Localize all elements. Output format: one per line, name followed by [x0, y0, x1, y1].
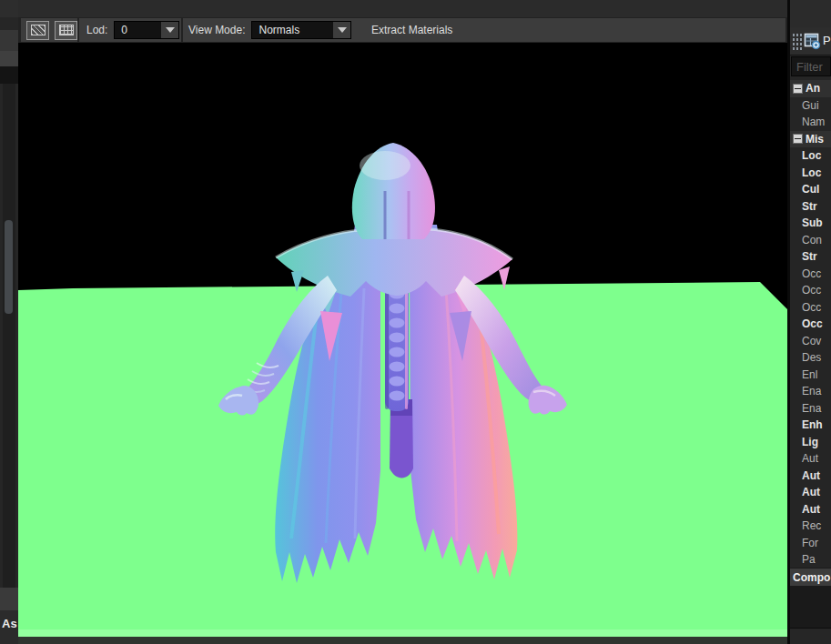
property-label: Enl	[802, 368, 817, 381]
property-label: Mis	[806, 133, 824, 146]
property-label: Lig	[802, 436, 818, 448]
property-label: Occ	[802, 301, 821, 314]
collapse-toggle-icon[interactable]	[793, 84, 803, 94]
left-band	[0, 51, 18, 66]
properties-table-icon	[804, 32, 821, 50]
grid-toggle-button[interactable]	[55, 21, 77, 40]
tree-row[interactable]: Lig	[790, 434, 831, 451]
property-label: Aut	[802, 469, 820, 482]
tree-row[interactable]: Aut	[790, 450, 831, 468]
viewport-toolbar: Lod: 0 View Mode: Normals Extract Materi…	[18, 17, 788, 43]
tree-row[interactable]: Str	[790, 198, 831, 216]
tree-row[interactable]: Str	[790, 248, 831, 266]
app-window: Lod: 0 View Mode: Normals Extract Materi…	[0, 0, 831, 644]
viewport-bottom-bar	[18, 637, 790, 644]
tree-row[interactable]: Rec	[790, 518, 831, 535]
property-label: Nam	[802, 116, 825, 128]
components-header-label: Compo	[793, 571, 830, 584]
panel-header: P	[790, 27, 831, 55]
tree-row[interactable]: Occ	[790, 282, 831, 299]
property-label: Ena	[802, 402, 821, 415]
property-tree: AnGuiNamMisLocLocCulStrSubConStrOccOccOc…	[790, 80, 831, 568]
tree-row[interactable]: Gui	[790, 97, 831, 115]
left-scrollbar-track[interactable]	[3, 84, 15, 588]
tree-row[interactable]: Sub	[790, 215, 831, 232]
view-mode-label: View Mode:	[188, 24, 245, 36]
tree-row[interactable]: For	[790, 535, 831, 552]
lod-dropdown[interactable]: 0	[114, 21, 179, 39]
left-band	[0, 17, 18, 30]
assets-tab[interactable]: As	[0, 610, 18, 644]
tree-row[interactable]: Ena	[790, 400, 831, 418]
grid-icon	[59, 25, 74, 35]
tree-row[interactable]: Ena	[790, 383, 831, 400]
left-band	[0, 66, 18, 84]
tree-row[interactable]: Des	[790, 349, 831, 367]
texture-toggle-button[interactable]	[26, 21, 49, 40]
tree-row[interactable]: Nam	[790, 114, 831, 131]
tree-row[interactable]: Con	[790, 232, 831, 249]
left-band	[0, 30, 18, 51]
tree-row[interactable]: Cov	[790, 333, 831, 350]
property-label: Pa	[802, 553, 816, 566]
toolbar-section-icons	[21, 18, 77, 42]
properties-panel: P AnGuiNamMisLocLocCulStrSubConStrOccOcc…	[787, 0, 831, 644]
view-mode-value: Normals	[252, 24, 333, 36]
property-label: Cov	[802, 335, 821, 347]
property-label: Occ	[802, 317, 823, 330]
tree-row[interactable]: Loc	[790, 147, 831, 165]
collapse-toggle-icon[interactable]	[793, 134, 803, 144]
property-label: Str	[802, 250, 817, 263]
chevron-down-icon	[166, 27, 175, 33]
property-label: For	[802, 537, 818, 549]
view-mode-dropdown[interactable]: Normals	[251, 21, 351, 39]
viewport-render	[18, 43, 790, 644]
toolbar-section-lod: Lod: 0	[79, 18, 181, 42]
filter-field-wrap	[791, 56, 831, 76]
ground-edge-band	[18, 629, 790, 637]
toolbar-section-viewmode: View Mode: Normals	[183, 18, 376, 42]
view-mode-dropdown-arrow	[333, 22, 350, 38]
property-label: Con	[802, 234, 822, 247]
tree-row[interactable]: Aut	[790, 468, 831, 485]
lod-value: 0	[115, 24, 161, 36]
lod-dropdown-arrow	[161, 22, 178, 38]
viewport-3d[interactable]	[18, 43, 790, 644]
titlebar-strip	[0, 0, 831, 17]
tree-row[interactable]: Pa	[790, 551, 831, 568]
property-label: Aut	[802, 503, 820, 516]
left-panel-edge: As	[0, 0, 18, 644]
left-scrollbar-thumb[interactable]	[5, 220, 13, 314]
tree-section-row[interactable]: An	[790, 80, 831, 97]
tree-row[interactable]: Enl	[790, 367, 831, 384]
tree-row[interactable]: Occ	[790, 266, 831, 283]
extract-materials-label: Extract Materials	[371, 24, 452, 36]
property-label: Str	[802, 200, 817, 213]
tree-row[interactable]: Occ	[790, 316, 831, 333]
tree-row[interactable]: Occ	[790, 299, 831, 317]
panel-title: P	[823, 34, 831, 47]
tree-row[interactable]: Aut	[790, 501, 831, 518]
filter-input[interactable]	[791, 56, 831, 76]
property-label: Aut	[802, 452, 818, 465]
property-label: Occ	[802, 284, 821, 297]
drag-handle-dots-icon	[792, 33, 802, 50]
property-label: Loc	[802, 166, 821, 179]
property-label: An	[806, 82, 820, 95]
left-band	[0, 0, 18, 17]
left-band	[0, 588, 18, 610]
components-empty-area	[790, 586, 831, 628]
extract-materials-button[interactable]: Extract Materials	[361, 18, 785, 42]
tree-row[interactable]: Aut	[790, 484, 831, 501]
property-label: Aut	[802, 486, 820, 498]
property-label: Sub	[802, 216, 823, 229]
tree-row[interactable]: Loc	[790, 165, 831, 182]
tree-section-row[interactable]: Mis	[790, 131, 831, 148]
tree-row[interactable]: Enh	[790, 417, 831, 434]
texture-icon	[31, 25, 46, 35]
components-section-header[interactable]: Compo	[790, 568, 831, 586]
tree-row[interactable]: Cul	[790, 181, 831, 198]
panel-top-spacer	[790, 0, 831, 27]
property-label: Ena	[802, 385, 821, 397]
panel-bottom-strip	[790, 628, 831, 644]
